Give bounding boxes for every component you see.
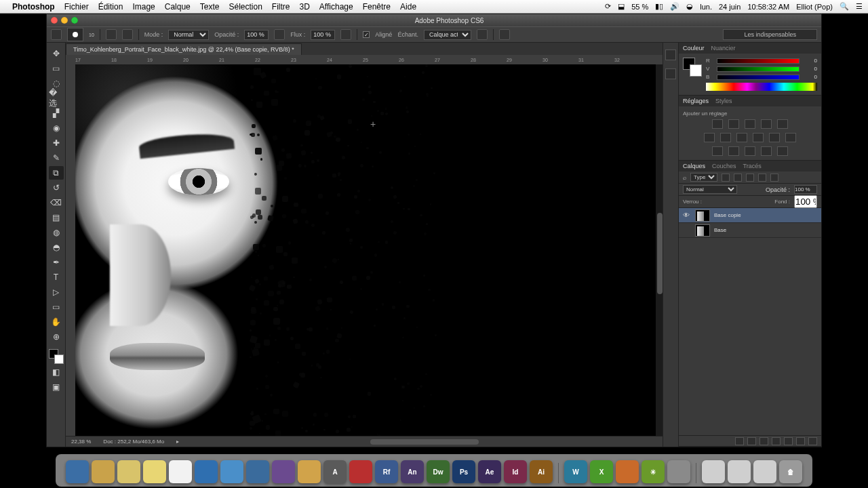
color-r-slider[interactable] [717, 58, 800, 64]
adj-hue-icon[interactable] [704, 133, 715, 142]
dock-app-icon[interactable]: W [564, 460, 587, 483]
tool-brush[interactable]: ✎ [49, 151, 64, 165]
tool-clone-stamp[interactable]: ⧉ [49, 166, 64, 180]
flyout-properties-icon[interactable] [665, 68, 676, 79]
adj-selective-color-icon[interactable] [777, 146, 788, 156]
adj-vibrance-icon[interactable] [777, 119, 788, 129]
tool-history-brush[interactable]: ↺ [49, 181, 64, 195]
color-panel-swatches[interactable] [683, 58, 702, 77]
flow-input[interactable] [311, 30, 335, 40]
color-b-slider[interactable] [717, 75, 800, 80]
doc-info[interactable]: Doc : 252,2 Mo/463,6 Mo [103, 439, 164, 445]
tool-crop[interactable]: ▞ [49, 106, 64, 120]
dock-app-icon[interactable] [246, 460, 269, 483]
color-r-value[interactable]: 0 [804, 58, 817, 64]
pressure-size-icon[interactable] [499, 29, 510, 40]
doc-info-arrow[interactable]: ▸ [176, 439, 179, 445]
layer-row[interactable]: Base [679, 223, 821, 238]
tab-couleur[interactable]: Couleur [683, 45, 705, 52]
filter-shape-icon[interactable] [758, 174, 766, 182]
tab-reglages[interactable]: Réglages [683, 98, 709, 104]
layer-thumbnail[interactable] [695, 209, 710, 222]
app-name[interactable]: Photoshop [12, 2, 55, 12]
battery-icon[interactable]: ▮▯ [655, 2, 663, 11]
menu-calque[interactable]: Calque [165, 2, 191, 12]
notification-center-icon[interactable]: ☰ [856, 2, 863, 11]
tool-type[interactable]: T [49, 270, 64, 284]
layer-filter-icon[interactable]: ⌕ [683, 174, 686, 181]
dock-app-icon[interactable]: Id [504, 460, 527, 483]
color-g-value[interactable]: 0 [804, 66, 817, 72]
tool-quick-select[interactable]: �选 [49, 92, 64, 105]
layer-mask-icon[interactable] [760, 437, 768, 445]
adj-invert-icon[interactable] [712, 146, 723, 156]
dock-app-icon[interactable] [220, 460, 243, 483]
new-layer-icon[interactable] [796, 437, 805, 445]
airbrush-icon[interactable] [340, 29, 351, 40]
menu-texte[interactable]: Texte [200, 2, 220, 12]
filter-smart-icon[interactable] [770, 174, 778, 182]
ruler-vertical[interactable] [66, 64, 75, 436]
new-fill-adjust-icon[interactable] [772, 437, 781, 445]
adj-threshold-icon[interactable] [745, 146, 755, 156]
adj-color-lookup-icon[interactable] [785, 133, 796, 142]
layer-visibility-icon[interactable]: 👁 [682, 211, 691, 220]
link-layers-icon[interactable] [735, 437, 744, 445]
flyout-history-icon[interactable] [665, 49, 676, 60]
adj-gradient-map-icon[interactable] [761, 146, 772, 156]
dock-app-icon[interactable] [92, 460, 115, 483]
vertical-scrollbar[interactable] [657, 213, 663, 294]
zoom-level[interactable]: 22,38 % [71, 439, 91, 445]
wifi-icon[interactable]: ◒ [686, 2, 693, 11]
tab-styles[interactable]: Styles [715, 98, 732, 104]
sync-icon[interactable]: ⟳ [605, 2, 611, 11]
tab-couches[interactable]: Couches [712, 163, 736, 169]
dock-app-icon[interactable]: A [323, 460, 347, 483]
brush-preset-picker[interactable] [67, 28, 83, 41]
layer-thumbnail[interactable] [695, 224, 710, 237]
horizontal-scrollbar[interactable] [370, 439, 479, 445]
layer-visibility-icon[interactable] [682, 226, 691, 235]
filter-pixel-icon[interactable] [722, 174, 730, 182]
filter-type-icon[interactable] [746, 174, 754, 182]
tool-shape[interactable]: ▭ [49, 300, 64, 314]
adj-bw-icon[interactable] [736, 133, 747, 142]
dock-app-icon[interactable]: Dw [427, 460, 450, 483]
tool-path-select[interactable]: ▷ [49, 285, 64, 299]
menu-affichage[interactable]: Affichage [319, 2, 353, 12]
quick-mask-icon[interactable]: ◧ [49, 365, 64, 379]
menu-filtre[interactable]: Filtre [272, 2, 290, 12]
adj-curves-icon[interactable] [745, 119, 755, 129]
adj-color-balance-icon[interactable] [720, 133, 731, 142]
tool-preset-icon[interactable] [51, 29, 62, 40]
sample-mode-select[interactable]: Calque actif [424, 30, 471, 40]
dock-app-icon[interactable]: Ae [478, 460, 501, 483]
brush-panel-icon[interactable] [106, 29, 117, 40]
dock-app-icon[interactable] [272, 460, 295, 483]
adj-brightness-icon[interactable] [712, 119, 723, 129]
layer-style-icon[interactable] [747, 437, 756, 445]
dock-app-icon[interactable] [195, 460, 218, 483]
tool-gradient[interactable]: ▤ [49, 211, 64, 224]
opacity-input[interactable] [244, 30, 269, 40]
layer-fill-input[interactable] [794, 195, 817, 208]
dock-app-icon[interactable] [169, 460, 192, 483]
color-b-value[interactable]: 0 [804, 74, 817, 80]
layer-filter-type[interactable]: Type [690, 173, 717, 182]
dock-app-icon[interactable] [349, 460, 372, 483]
window-close-button[interactable] [51, 17, 58, 24]
menu-edition[interactable]: Édition [98, 2, 123, 12]
menu-fenetre[interactable]: Fenêtre [363, 2, 391, 12]
dock-minimized-window[interactable] [728, 460, 751, 483]
menu-selection[interactable]: Sélection [229, 2, 262, 12]
document-tab[interactable]: Timo_Kohlenberg_Portrait_Face_black_whit… [66, 43, 302, 55]
tool-dodge[interactable]: ◓ [49, 241, 64, 254]
dock-minimized-window[interactable] [702, 460, 725, 483]
user-name[interactable]: Elliot (Pop) [796, 3, 833, 11]
pressure-opacity-icon[interactable] [274, 29, 285, 40]
tab-calques[interactable]: Calques [683, 163, 705, 169]
dock-app-icon[interactable] [298, 460, 321, 483]
new-group-icon[interactable] [784, 437, 793, 445]
tool-blur[interactable]: ◍ [49, 226, 64, 239]
dock-app-icon[interactable] [667, 460, 690, 483]
